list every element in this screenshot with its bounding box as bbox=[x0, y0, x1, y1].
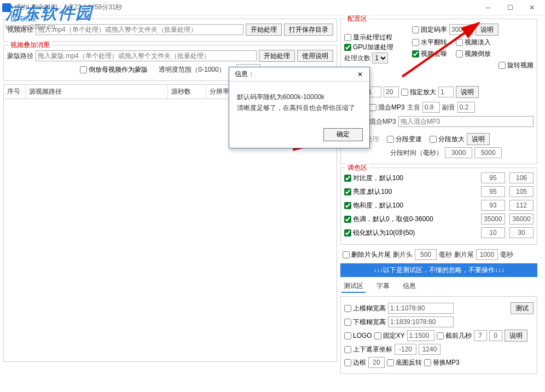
top-blur-checkbox[interactable]: 上模糊宽高 bbox=[344, 304, 386, 313]
window-titlebar: 成功! 剩余时间：1天23小时59分31秒 ─ ☐ ✕ bbox=[0, 0, 545, 15]
config-group: 配置区 显示处理过程 GPU加速处理 处理次数 1 固定码率 说明 水平翻转 bbox=[340, 19, 537, 164]
video-path-label: 视频路径 bbox=[7, 25, 33, 34]
seg-zoom-checkbox[interactable]: 分段放大 bbox=[430, 135, 465, 144]
mask-v2[interactable] bbox=[419, 344, 440, 355]
top-blur-input[interactable] bbox=[388, 303, 454, 314]
mask-path-input[interactable] bbox=[36, 50, 257, 61]
rate-input[interactable] bbox=[449, 24, 473, 35]
mask-v1[interactable] bbox=[395, 344, 416, 355]
seg-help-button[interactable]: 说明 bbox=[467, 133, 490, 145]
sat-v1[interactable] bbox=[481, 200, 505, 211]
cut-v1[interactable] bbox=[474, 330, 487, 341]
tab-test[interactable]: 测试区 bbox=[341, 280, 366, 293]
mask-path-label: 蒙版路径 bbox=[7, 51, 33, 61]
dialog-title: 信息： bbox=[235, 70, 254, 79]
mix-mp3-input[interactable] bbox=[398, 116, 534, 127]
fixed-rate-checkbox[interactable]: 固定码率 bbox=[412, 25, 447, 34]
main-vol-input[interactable] bbox=[422, 102, 440, 113]
dialog-close-button[interactable]: ✕ bbox=[354, 69, 366, 80]
overlay-title: 视频叠加消重 bbox=[8, 41, 52, 50]
show-process-checkbox[interactable]: 显示处理过程 bbox=[344, 33, 392, 42]
sub-vol-input[interactable] bbox=[457, 102, 475, 113]
hue-v1[interactable] bbox=[481, 214, 505, 224]
hflip-checkbox[interactable]: 水平翻转 bbox=[412, 38, 447, 47]
cutsec-checkbox[interactable]: 截前几秒 bbox=[437, 331, 472, 341]
config-title: 配置区 bbox=[345, 14, 369, 24]
fixxy-input[interactable] bbox=[407, 330, 434, 341]
bright-checkbox[interactable]: 亮度,默认100 bbox=[344, 187, 477, 197]
color-title: 调色区 bbox=[345, 163, 369, 172]
start-process-button[interactable]: 开始处理 bbox=[246, 24, 282, 36]
head-input[interactable] bbox=[415, 249, 437, 260]
border-checkbox[interactable]: 边框 bbox=[344, 358, 366, 367]
sat-checkbox[interactable]: 饱和度，默认100 bbox=[344, 201, 477, 210]
reverse-mask-checkbox[interactable]: 倒放母视频作为蒙版 bbox=[80, 65, 148, 74]
app-icon bbox=[2, 3, 11, 12]
spec-zoom-checkbox[interactable]: 指定放大 bbox=[401, 88, 436, 97]
usage-help-button[interactable]: 使用说明 bbox=[297, 50, 333, 62]
ms2: 毫秒 bbox=[500, 250, 513, 260]
dialog-ok-button[interactable]: 确定 bbox=[323, 128, 363, 141]
sharp-v1[interactable] bbox=[481, 227, 505, 238]
bot-blur-checkbox[interactable]: 下模糊宽高 bbox=[344, 318, 386, 327]
sharp-checkbox[interactable]: 锐化默认为10(0到50) bbox=[344, 228, 477, 238]
sat-v2[interactable] bbox=[509, 200, 534, 211]
open-save-dir-button[interactable]: 打开保存目录 bbox=[284, 24, 333, 36]
tab-subtitle[interactable]: 字幕 bbox=[374, 280, 392, 293]
seg-t2-input[interactable] bbox=[474, 147, 502, 158]
tail-input[interactable] bbox=[476, 249, 498, 260]
spec-zoom-input[interactable] bbox=[438, 87, 454, 97]
contrast-checkbox[interactable]: 对比度，默认100 bbox=[344, 174, 477, 183]
logo-checkbox[interactable]: LOGO bbox=[344, 332, 372, 339]
th-path: 源视频路径 bbox=[26, 85, 168, 99]
zoom-help-button[interactable]: 说明 bbox=[456, 86, 479, 98]
group-title: 提纯消重 bbox=[8, 14, 39, 24]
bright-v1[interactable] bbox=[481, 186, 505, 197]
proc-count-label: 处理次数 bbox=[344, 54, 370, 62]
close-button[interactable]: ✕ bbox=[521, 0, 543, 15]
proc-count-select[interactable]: 1 bbox=[372, 53, 388, 64]
head-label: 删片头 bbox=[393, 250, 413, 260]
th-seq: 序号 bbox=[4, 85, 26, 99]
sharp-v2[interactable] bbox=[509, 227, 534, 238]
hue-v2[interactable] bbox=[509, 214, 534, 224]
maximize-button[interactable]: ☐ bbox=[499, 0, 521, 15]
bot-blur-input[interactable] bbox=[388, 316, 454, 327]
mix-mp3-label: 混合MP3 bbox=[369, 117, 396, 126]
contrast-v2[interactable] bbox=[509, 172, 534, 183]
seg-speed-checkbox[interactable]: 分段变速 bbox=[387, 135, 422, 144]
ms1: 毫秒 bbox=[439, 250, 452, 260]
window-title: 成功! 剩余时间：1天23小时59分31秒 bbox=[14, 3, 477, 12]
rate-help-button[interactable]: 说明 bbox=[476, 24, 498, 36]
contrast-v1[interactable] bbox=[481, 172, 505, 183]
test-button[interactable]: 测试 bbox=[511, 302, 534, 314]
replace-mp3-checkbox[interactable]: 替换MP3 bbox=[424, 358, 460, 367]
gpu-checkbox[interactable]: GPU加速处理 bbox=[344, 43, 393, 52]
tab-info[interactable]: 信息 bbox=[401, 280, 418, 293]
tabs: 测试区 字幕 信息 bbox=[340, 277, 537, 296]
opacity-label: 透明度范围（0-1000） bbox=[159, 65, 225, 74]
mix-mp3-checkbox[interactable]: 混合MP3 bbox=[369, 103, 405, 112]
video-path-input[interactable] bbox=[36, 24, 243, 35]
fixxy-checkbox[interactable]: 固定XY bbox=[374, 331, 405, 341]
dialog-line2: 清晰度足够了，在高抖音也会帮你压缩了 bbox=[237, 102, 362, 113]
minimize-button[interactable]: ─ bbox=[477, 0, 499, 15]
zoom-r2-input[interactable] bbox=[384, 87, 399, 97]
border-input[interactable] bbox=[368, 357, 385, 368]
denoise-checkbox[interactable]: 视频去噪 bbox=[412, 49, 447, 59]
test-help-button[interactable]: 说明 bbox=[505, 330, 527, 342]
start-process2-button[interactable]: 开始处理 bbox=[259, 50, 295, 62]
fadein-checkbox[interactable]: 视频淡入 bbox=[456, 38, 491, 47]
mask-xy-checkbox[interactable]: 上下遮罩坐标 bbox=[344, 345, 392, 354]
trim-checkbox[interactable]: 删除片头片尾 bbox=[343, 250, 391, 260]
bot-invert-checkbox[interactable]: 底图反转 bbox=[387, 358, 422, 367]
seg-time-label: 分段时间（毫秒） bbox=[390, 148, 443, 158]
rotate-checkbox[interactable]: 旋转视频 bbox=[498, 61, 534, 70]
sub-vol-label: 副音 bbox=[442, 103, 455, 112]
hue-checkbox[interactable]: 色调，默认0，取值0-36000 bbox=[344, 215, 477, 224]
tail-label: 删片尾 bbox=[454, 250, 474, 260]
reverse-checkbox[interactable]: 视频倒放 bbox=[456, 49, 491, 59]
cut-v2[interactable] bbox=[489, 330, 502, 341]
bright-v2[interactable] bbox=[509, 186, 534, 197]
seg-t1-input[interactable] bbox=[445, 147, 472, 158]
